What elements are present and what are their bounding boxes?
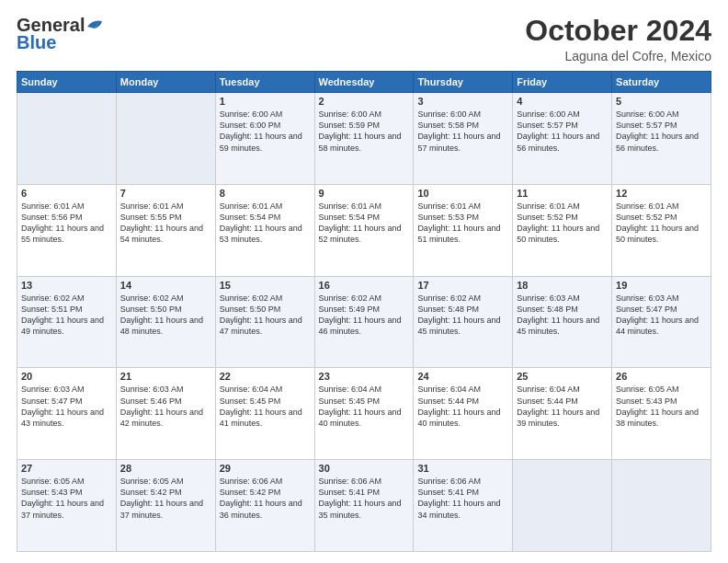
day-number: 17 <box>417 280 508 291</box>
day-info: Sunrise: 6:06 AMSunset: 5:42 PMDaylight:… <box>220 476 311 521</box>
title-block: October 2024 Laguna del Cofre, Mexico <box>525 15 711 63</box>
day-info: Sunrise: 6:05 AMSunset: 5:43 PMDaylight:… <box>616 384 707 429</box>
col-wednesday: Wednesday <box>314 72 414 93</box>
logo-bird-icon <box>85 17 104 30</box>
calendar-header-row: Sunday Monday Tuesday Wednesday Thursday… <box>17 72 711 93</box>
day-info: Sunrise: 6:00 AMSunset: 6:00 PMDaylight:… <box>220 109 311 154</box>
day-info: Sunrise: 6:00 AMSunset: 5:58 PMDaylight:… <box>417 109 508 154</box>
day-number: 16 <box>319 280 410 291</box>
table-row: 1Sunrise: 6:00 AMSunset: 6:00 PMDaylight… <box>215 93 314 185</box>
table-row: 14Sunrise: 6:02 AMSunset: 5:50 PMDayligh… <box>116 276 215 368</box>
table-row <box>17 93 117 185</box>
table-row: 8Sunrise: 6:01 AMSunset: 5:54 PMDaylight… <box>215 184 314 276</box>
day-number: 12 <box>616 188 707 199</box>
day-number: 28 <box>120 463 211 474</box>
table-row: 27Sunrise: 6:05 AMSunset: 5:43 PMDayligh… <box>17 460 117 552</box>
day-info: Sunrise: 6:02 AMSunset: 5:50 PMDaylight:… <box>120 293 211 338</box>
day-number: 10 <box>417 188 508 199</box>
day-info: Sunrise: 6:06 AMSunset: 5:41 PMDaylight:… <box>319 476 410 521</box>
table-row: 24Sunrise: 6:04 AMSunset: 5:44 PMDayligh… <box>414 368 513 460</box>
day-number: 6 <box>21 188 112 199</box>
day-number: 18 <box>517 280 608 291</box>
table-row: 12Sunrise: 6:01 AMSunset: 5:52 PMDayligh… <box>612 184 711 276</box>
day-number: 7 <box>120 188 211 199</box>
col-tuesday: Tuesday <box>215 72 314 93</box>
day-info: Sunrise: 6:00 AMSunset: 5:59 PMDaylight:… <box>319 109 410 154</box>
table-row: 23Sunrise: 6:04 AMSunset: 5:45 PMDayligh… <box>314 368 414 460</box>
calendar-week-row: 20Sunrise: 6:03 AMSunset: 5:47 PMDayligh… <box>17 368 711 460</box>
table-row: 10Sunrise: 6:01 AMSunset: 5:53 PMDayligh… <box>414 184 513 276</box>
day-info: Sunrise: 6:03 AMSunset: 5:48 PMDaylight:… <box>517 293 608 338</box>
table-row <box>116 93 215 185</box>
table-row: 22Sunrise: 6:04 AMSunset: 5:45 PMDayligh… <box>215 368 314 460</box>
table-row: 31Sunrise: 6:06 AMSunset: 5:41 PMDayligh… <box>414 460 513 552</box>
day-info: Sunrise: 6:02 AMSunset: 5:48 PMDaylight:… <box>417 293 508 338</box>
day-number: 25 <box>517 371 608 382</box>
day-info: Sunrise: 6:01 AMSunset: 5:52 PMDaylight:… <box>616 201 707 246</box>
col-friday: Friday <box>513 72 612 93</box>
calendar-table: Sunday Monday Tuesday Wednesday Thursday… <box>17 71 711 552</box>
calendar-week-row: 27Sunrise: 6:05 AMSunset: 5:43 PMDayligh… <box>17 460 711 552</box>
col-saturday: Saturday <box>612 72 711 93</box>
day-info: Sunrise: 6:01 AMSunset: 5:56 PMDaylight:… <box>21 201 112 246</box>
day-number: 29 <box>220 463 311 474</box>
day-number: 14 <box>120 280 211 291</box>
day-number: 27 <box>21 463 112 474</box>
table-row: 9Sunrise: 6:01 AMSunset: 5:54 PMDaylight… <box>314 184 414 276</box>
table-row <box>513 460 612 552</box>
day-number: 22 <box>220 371 311 382</box>
day-number: 26 <box>616 371 707 382</box>
logo-blue: Blue <box>17 32 56 53</box>
day-number: 21 <box>120 371 211 382</box>
day-info: Sunrise: 6:06 AMSunset: 5:41 PMDaylight:… <box>417 476 508 521</box>
table-row: 7Sunrise: 6:01 AMSunset: 5:55 PMDaylight… <box>116 184 215 276</box>
table-row: 30Sunrise: 6:06 AMSunset: 5:41 PMDayligh… <box>314 460 414 552</box>
table-row: 6Sunrise: 6:01 AMSunset: 5:56 PMDaylight… <box>17 184 117 276</box>
table-row: 20Sunrise: 6:03 AMSunset: 5:47 PMDayligh… <box>17 368 117 460</box>
table-row: 28Sunrise: 6:05 AMSunset: 5:42 PMDayligh… <box>116 460 215 552</box>
day-info: Sunrise: 6:04 AMSunset: 5:45 PMDaylight:… <box>319 384 410 429</box>
day-number: 20 <box>21 371 112 382</box>
header: General Blue October 2024 Laguna del Cof… <box>17 15 711 63</box>
page: General Blue October 2024 Laguna del Cof… <box>0 0 728 563</box>
day-number: 4 <box>517 96 608 107</box>
logo: General Blue <box>17 15 104 53</box>
table-row: 17Sunrise: 6:02 AMSunset: 5:48 PMDayligh… <box>414 276 513 368</box>
table-row: 21Sunrise: 6:03 AMSunset: 5:46 PMDayligh… <box>116 368 215 460</box>
day-number: 30 <box>319 463 410 474</box>
table-row <box>612 460 711 552</box>
table-row: 13Sunrise: 6:02 AMSunset: 5:51 PMDayligh… <box>17 276 117 368</box>
table-row: 3Sunrise: 6:00 AMSunset: 5:58 PMDaylight… <box>414 93 513 185</box>
table-row: 25Sunrise: 6:04 AMSunset: 5:44 PMDayligh… <box>513 368 612 460</box>
calendar-week-row: 13Sunrise: 6:02 AMSunset: 5:51 PMDayligh… <box>17 276 711 368</box>
table-row: 4Sunrise: 6:00 AMSunset: 5:57 PMDaylight… <box>513 93 612 185</box>
location: Laguna del Cofre, Mexico <box>525 49 711 63</box>
day-info: Sunrise: 6:01 AMSunset: 5:55 PMDaylight:… <box>120 201 211 246</box>
calendar-week-row: 6Sunrise: 6:01 AMSunset: 5:56 PMDaylight… <box>17 184 711 276</box>
day-number: 8 <box>220 188 311 199</box>
day-info: Sunrise: 6:02 AMSunset: 5:49 PMDaylight:… <box>319 293 410 338</box>
table-row: 16Sunrise: 6:02 AMSunset: 5:49 PMDayligh… <box>314 276 414 368</box>
day-number: 5 <box>616 96 707 107</box>
day-number: 2 <box>319 96 410 107</box>
day-number: 9 <box>319 188 410 199</box>
day-info: Sunrise: 6:00 AMSunset: 5:57 PMDaylight:… <box>517 109 608 154</box>
table-row: 11Sunrise: 6:01 AMSunset: 5:52 PMDayligh… <box>513 184 612 276</box>
day-info: Sunrise: 6:04 AMSunset: 5:44 PMDaylight:… <box>417 384 508 429</box>
day-info: Sunrise: 6:02 AMSunset: 5:51 PMDaylight:… <box>21 293 112 338</box>
day-info: Sunrise: 6:02 AMSunset: 5:50 PMDaylight:… <box>220 293 311 338</box>
table-row: 19Sunrise: 6:03 AMSunset: 5:47 PMDayligh… <box>612 276 711 368</box>
day-info: Sunrise: 6:00 AMSunset: 5:57 PMDaylight:… <box>616 109 707 154</box>
col-monday: Monday <box>116 72 215 93</box>
month-title: October 2024 <box>525 15 711 47</box>
calendar-week-row: 1Sunrise: 6:00 AMSunset: 6:00 PMDaylight… <box>17 93 711 185</box>
day-number: 24 <box>417 371 508 382</box>
day-number: 31 <box>417 463 508 474</box>
day-number: 13 <box>21 280 112 291</box>
day-info: Sunrise: 6:04 AMSunset: 5:44 PMDaylight:… <box>517 384 608 429</box>
col-thursday: Thursday <box>414 72 513 93</box>
day-info: Sunrise: 6:03 AMSunset: 5:47 PMDaylight:… <box>21 384 112 429</box>
day-number: 1 <box>220 96 311 107</box>
day-number: 11 <box>517 188 608 199</box>
day-number: 23 <box>319 371 410 382</box>
